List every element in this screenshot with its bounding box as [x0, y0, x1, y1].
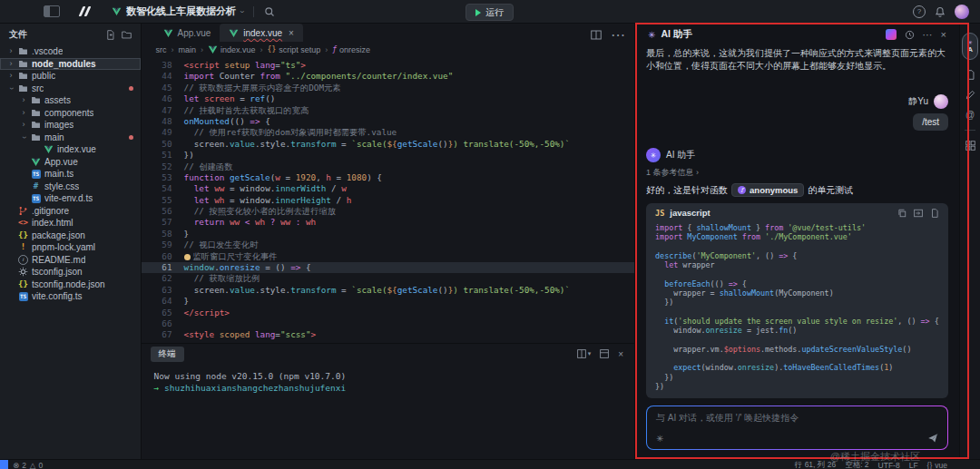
errors-indicator[interactable]: ⊗ 2	[13, 461, 26, 469]
explorer-title: 文件	[9, 28, 100, 41]
file-tree-item-style.css[interactable]: #style.css	[0, 181, 141, 193]
document-icon[interactable]	[965, 70, 975, 80]
lightbulb-icon[interactable]	[184, 254, 191, 260]
ai-assistant-icon[interactable]: ✳A	[962, 33, 978, 60]
chevron-icon[interactable]: ›	[20, 109, 27, 117]
tab-app-vue[interactable]: App.vue	[154, 24, 220, 42]
indentation[interactable]: 空格: 2	[845, 460, 868, 469]
line-number: 55	[142, 195, 184, 206]
close-panel-icon[interactable]: ×	[618, 349, 623, 359]
function-badge[interactable]: f anonymous	[731, 183, 804, 197]
history-icon[interactable]	[905, 30, 915, 40]
run-button[interactable]: 运行	[466, 4, 514, 21]
breadcrumb-item[interactable]: main	[179, 45, 197, 54]
chevron-icon[interactable]: ›	[20, 133, 28, 141]
file-tree-item-App.vue[interactable]: App.vue	[0, 156, 141, 169]
file-tree-item-vite-env.d.ts[interactable]: TSvite-env.d.ts	[0, 192, 141, 205]
more-actions-icon[interactable]: ⋯	[611, 26, 625, 44]
breadcrumb-item[interactable]: index.vue	[208, 44, 256, 54]
marscode-logo-icon[interactable]	[81, 6, 89, 16]
tab-index-vue[interactable]: index.vue ×	[220, 24, 303, 42]
breadcrumb-item[interactable]: {}script setup	[268, 45, 321, 54]
file-name: components	[44, 108, 93, 118]
code-block-content[interactable]: import { shallowMount } from '@vue/test-…	[646, 220, 948, 398]
breadcrumb-item[interactable]: ƒonresize	[332, 45, 370, 54]
breadcrumb-item[interactable]: src	[156, 45, 167, 54]
chat-input[interactable]: 与 AI 对话，或使用 '/' 唤起快捷指令 ✳	[647, 406, 947, 449]
file-tree-item-images[interactable]: ›images	[0, 119, 141, 132]
code-line: 63 screen.value.style.transform = `scale…	[142, 285, 634, 296]
eol[interactable]: LF	[909, 461, 918, 469]
file-name: images	[44, 120, 74, 130]
chevron-icon[interactable]: ›	[20, 96, 27, 104]
file-tree-item-README.md[interactable]: iREADME.md	[0, 254, 141, 267]
code-line: 66	[142, 318, 634, 329]
toggle-sidebar-icon[interactable]	[44, 5, 60, 17]
terminal-tab[interactable]: 终端	[151, 347, 184, 362]
chevron-icon[interactable]: ›	[7, 72, 15, 80]
file-tree-item-tsconfig.node.json[interactable]: {}tsconfig.node.json	[0, 278, 141, 291]
file-tree-item-.gitignore[interactable]: .gitignore	[0, 205, 141, 218]
breadcrumb-separator: ›	[201, 45, 203, 54]
mention-icon[interactable]: @	[965, 110, 975, 120]
file-tree-item-vite.config.ts[interactable]: TSvite.config.ts	[0, 290, 141, 303]
code-editor[interactable]: 38<script setup lang="ts">44import Count…	[142, 57, 634, 343]
chevron-icon[interactable]: ›	[20, 121, 27, 129]
file-tree-item-public[interactable]: ›public	[0, 70, 141, 83]
file-tree-item-node_modules[interactable]: ›node_modules	[0, 58, 141, 71]
chevron-icon[interactable]: ›	[7, 60, 15, 68]
file-tree-item-components[interactable]: ›components	[0, 107, 141, 120]
prompt-sparkle-icon[interactable]: ✳	[656, 434, 663, 444]
code-line: describe('MyComponent', () => {	[655, 251, 939, 260]
new-folder-icon[interactable]	[122, 30, 132, 40]
remote-indicator[interactable]	[0, 460, 8, 469]
encoding[interactable]: UTF-8	[878, 461, 900, 469]
file-tree-item-.vscode[interactable]: ›.vscode	[0, 45, 141, 58]
maximize-panel-icon[interactable]	[600, 349, 609, 358]
language-mode[interactable]: {} vue	[927, 461, 947, 469]
split-editor-icon[interactable]	[591, 30, 602, 40]
close-tab-icon[interactable]: ×	[289, 28, 294, 38]
project-switcher[interactable]: 数智化线上车展数据分析 ›	[112, 5, 243, 18]
code-line: 52// 创建函数	[142, 161, 634, 172]
insert-code-icon[interactable]	[914, 209, 923, 218]
search-icon[interactable]	[264, 6, 275, 17]
ts-icon: TS	[31, 170, 41, 179]
more-icon[interactable]: ⋯	[923, 29, 933, 41]
terminal-output[interactable]: Now using node v20.15.0 (npm v10.7.0)→ s…	[142, 364, 634, 459]
help-icon[interactable]: ?	[913, 5, 926, 18]
code-line	[655, 242, 939, 251]
copy-code-icon[interactable]	[897, 209, 906, 218]
file-tree-item-tsconfig.json[interactable]: tsconfig.json	[0, 266, 141, 278]
warnings-indicator[interactable]: △ 0	[30, 461, 43, 469]
file-tree-item-package.json[interactable]: {}package.json	[0, 230, 141, 242]
file-tree-item-assets[interactable]: ›assets	[0, 94, 141, 107]
split-terminal-icon[interactable]: ▾	[577, 349, 592, 358]
chevron-icon[interactable]: ›	[7, 47, 15, 55]
new-file-code-icon[interactable]	[930, 209, 939, 218]
user-avatar[interactable]	[955, 5, 969, 19]
send-icon[interactable]	[927, 433, 938, 444]
line-number: 46	[142, 93, 184, 104]
ai-avatar: ✳	[646, 148, 661, 162]
cursor-position[interactable]: 行 61, 列 26	[795, 460, 836, 469]
file-tree-item-main[interactable]: ›main	[0, 132, 141, 144]
reference-toggle[interactable]: 1 条参考信息 ›	[646, 167, 948, 179]
model-icon[interactable]	[886, 29, 897, 40]
bell-icon[interactable]	[935, 6, 946, 17]
code-line: wrapper = shallowMount(MyComponent)	[655, 288, 939, 298]
file-tree-item-pnpm-lock.yaml[interactable]: !pnpm-lock.yaml	[0, 241, 141, 254]
folder-icon	[31, 108, 41, 118]
file-tree-item-src[interactable]: ›src	[0, 83, 141, 95]
breadcrumb-separator: ›	[172, 45, 174, 54]
grid-icon[interactable]	[965, 141, 975, 151]
close-ai-panel-icon[interactable]: ×	[941, 29, 946, 40]
chevron-icon[interactable]: ›	[7, 84, 15, 92]
vue-icon	[229, 28, 239, 38]
line-number: 58	[142, 229, 184, 239]
file-tree-item-index.vue[interactable]: index.vue	[0, 143, 141, 156]
file-tree-item-index.html[interactable]: <>index.html	[0, 217, 141, 230]
pen-icon[interactable]	[965, 90, 975, 100]
file-tree-item-main.ts[interactable]: TSmain.ts	[0, 168, 141, 181]
new-file-icon[interactable]	[105, 30, 115, 40]
